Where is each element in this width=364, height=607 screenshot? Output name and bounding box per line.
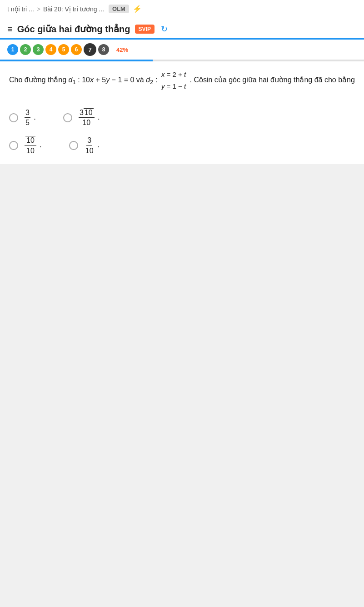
step-bubble-6[interactable]: 6 <box>71 44 82 55</box>
fraction-4: 3 10 <box>85 136 95 155</box>
step-bubble-4[interactable]: 4 <box>45 44 56 55</box>
answer-row-2: 310 10 . <box>63 108 100 127</box>
fraction-2: 310 10 <box>79 108 95 127</box>
answer-row-1: 3 5 . <box>9 108 36 127</box>
d2-eq-y: y = 1 − t <box>161 80 186 92</box>
step-bubble-2[interactable]: 2 <box>20 44 31 55</box>
step-bubble-1[interactable]: 1 <box>7 44 18 55</box>
radio-3[interactable] <box>9 141 18 150</box>
radio-1[interactable] <box>9 113 18 122</box>
step-bubble-7[interactable]: 7 <box>84 43 96 56</box>
breadcrumb-2: Bài 20: Vị trí tương ... <box>43 5 104 13</box>
svip-badge: SVIP <box>135 25 155 34</box>
lightning-icon: ⚡ <box>133 5 142 13</box>
section-header: ≡ Góc giữa hai đường thẳng SVIP ↻ <box>0 18 364 40</box>
fraction-1-num: 3 <box>25 108 30 118</box>
menu-icon: ≡ <box>7 24 13 35</box>
top-bar: t nội tri ... > Bài 20: Vị trí tương ...… <box>0 0 364 18</box>
step-bubble-8[interactable]: 8 <box>98 44 109 55</box>
fraction-4-den: 10 <box>85 146 95 155</box>
step-bubble-5[interactable]: 5 <box>58 44 69 55</box>
radio-2[interactable] <box>63 113 72 122</box>
fraction-2-den: 10 <box>81 118 91 127</box>
answer-2-math: 310 10 . <box>78 108 100 127</box>
radio-4[interactable] <box>69 141 78 150</box>
olm-badge: OLM <box>109 5 129 13</box>
progress-row: 1 2 3 4 5 6 7 8 42% <box>0 40 364 60</box>
fraction-1: 3 5 <box>25 108 30 127</box>
answer-row-4: 3 10 . <box>69 136 100 155</box>
question-text: Cho đường thẳng d1 : 10x + 5y − 1 = 0 và… <box>9 69 355 92</box>
fraction-4-num: 3 <box>86 136 92 145</box>
step-bubbles: 1 2 3 4 5 6 7 8 <box>7 43 109 56</box>
d2-label: d <box>146 76 150 84</box>
fraction-3-den: 10 <box>25 146 35 155</box>
answers-grid-2: 10 10 . 3 10 . <box>0 136 364 164</box>
section-title: Góc giữa hai đường thẳng <box>17 24 130 35</box>
fraction-1-den: 5 <box>25 118 30 127</box>
breadcrumb-chevron: > <box>37 5 40 13</box>
answer-3-math: 10 10 . <box>24 136 42 155</box>
refresh-icon[interactable]: ↻ <box>161 24 168 34</box>
fraction-2-num: 310 <box>79 108 95 118</box>
main-content: ≡ Góc giữa hai đường thẳng SVIP ↻ 1 2 3 … <box>0 18 364 164</box>
answers-grid: 3 5 . 310 10 . <box>0 108 364 136</box>
d2-eq-x: x = 2 + t <box>161 69 186 80</box>
fraction-3-num: 10 <box>25 136 36 145</box>
answer-row-3: 10 10 . <box>9 136 42 155</box>
fraction-3: 10 10 <box>25 136 36 155</box>
progress-label: 42% <box>116 46 128 53</box>
question-area: Cho đường thẳng d1 : 10x + 5y − 1 = 0 và… <box>0 61 364 108</box>
answer-1-math: 3 5 . <box>24 108 36 127</box>
answer-4-math: 3 10 . <box>84 136 100 155</box>
breadcrumb-1: t nội tri ... <box>7 5 34 13</box>
step-bubble-3[interactable]: 3 <box>33 44 44 55</box>
